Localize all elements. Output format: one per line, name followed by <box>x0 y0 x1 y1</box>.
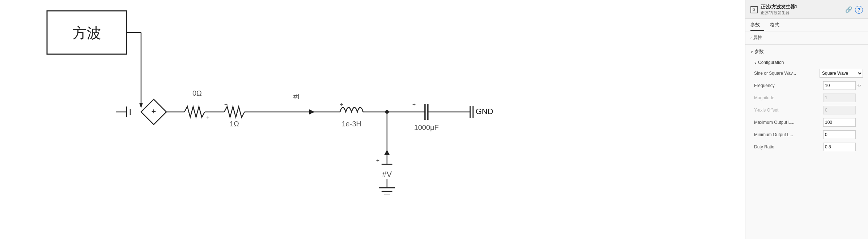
canvas-area[interactable]: 方波 + 0Ω + + 1Ω #I <box>0 0 745 239</box>
param-label-dutyratio: Duty Ratio <box>754 144 820 149</box>
subsection-configuration-label: Configuration <box>758 60 784 65</box>
wavetype-select[interactable]: Sine Wave Square Wave <box>820 69 863 78</box>
param-dutyratio-wrap <box>823 143 863 151</box>
param-label-frequency: Frequency <box>754 83 820 88</box>
panel-body: › 属性 ∨ 参数 ∨ Configuration Sine or Square… <box>745 31 868 239</box>
param-frequency-wrap: Hz <box>823 81 863 90</box>
panel-title-sub: 正弦/方波发生器 <box>761 10 842 16</box>
svg-marker-16 <box>309 109 315 114</box>
subsection-configuration-header[interactable]: ∨ Configuration <box>754 58 863 67</box>
wave-block-label: 方波 <box>72 25 101 41</box>
svg-text:#I: #I <box>293 92 300 101</box>
panel-title-main: 正弦/方波发生器1 <box>761 4 842 10</box>
panel-tabs: 参数 格式 <box>745 19 868 31</box>
svg-text:+: + <box>152 107 156 116</box>
panel-header: G 正弦/方波发生器1 正弦/方波发生器 🔗 ? <box>745 0 868 19</box>
panel-header-actions: 🔗 ? <box>845 6 863 14</box>
param-row-frequency: Frequency Hz <box>754 79 863 92</box>
link-button[interactable]: 🔗 <box>845 6 853 14</box>
param-label-minoutput: Minimum Output L... <box>754 132 820 137</box>
chevron-down-icon: ∨ <box>750 50 753 54</box>
svg-text:+: + <box>206 114 209 120</box>
svg-text:1000μF: 1000μF <box>414 123 439 131</box>
maxoutput-input[interactable] <box>823 118 856 127</box>
svg-text:#V: #V <box>382 170 392 179</box>
yoffset-input <box>823 106 856 114</box>
frequency-input[interactable] <box>823 81 856 90</box>
param-row-minoutput: Minimum Output L... <box>754 129 863 141</box>
param-row-magnitude: Magnitude <box>754 92 863 104</box>
right-panel: G 正弦/方波发生器1 正弦/方波发生器 🔗 ? 参数 格式 › 属性 ∨ 参数… <box>745 0 868 239</box>
help-button[interactable]: ? <box>855 6 863 14</box>
svg-text:+: + <box>340 101 343 108</box>
panel-title-block: 正弦/方波发生器1 正弦/方波发生器 <box>761 4 842 16</box>
magnitude-input <box>823 94 856 102</box>
svg-marker-2 <box>139 103 143 108</box>
param-magnitude-wrap <box>823 94 863 102</box>
param-wavetype-wrap: Sine Wave Square Wave <box>820 69 863 78</box>
component-icon: G <box>750 6 758 13</box>
minoutput-input[interactable] <box>823 130 856 139</box>
section-attributes-label: 属性 <box>753 34 762 41</box>
param-label-wavetype: Sine or Square Wav... <box>754 71 817 76</box>
svg-marker-36 <box>384 150 390 155</box>
svg-text:1e-3H: 1e-3H <box>342 120 361 128</box>
section-params-content: ∨ Configuration Sine or Square Wav... Si… <box>745 58 868 156</box>
tab-params[interactable]: 参数 <box>750 19 764 31</box>
param-label-maxoutput: Maximum Output L... <box>754 120 820 125</box>
param-label-yoffset: Y-axis Offset <box>754 108 820 113</box>
tab-format[interactable]: 格式 <box>770 19 784 31</box>
param-row-dutyratio: Duty Ratio <box>754 141 863 153</box>
subsection-chevron-icon: ∨ <box>754 61 757 65</box>
param-maxoutput-wrap <box>823 118 863 127</box>
param-row-yoffset: Y-axis Offset <box>754 104 863 116</box>
frequency-unit: Hz <box>856 83 863 88</box>
svg-text:0Ω: 0Ω <box>192 89 202 97</box>
param-label-magnitude: Magnitude <box>754 95 820 100</box>
svg-text:1Ω: 1Ω <box>230 120 239 128</box>
section-params-label: 参数 <box>754 48 764 55</box>
param-minoutput-wrap <box>823 130 863 139</box>
chevron-right-icon: › <box>750 36 752 40</box>
svg-text:+: + <box>412 101 416 108</box>
section-attributes-header[interactable]: › 属性 <box>745 31 868 44</box>
section-params-header[interactable]: ∨ 参数 <box>745 45 868 58</box>
param-row-wavetype: Sine or Square Wav... Sine Wave Square W… <box>754 67 863 79</box>
param-row-maxoutput: Maximum Output L... <box>754 116 863 129</box>
svg-text:GND: GND <box>476 107 493 116</box>
dutyratio-input[interactable] <box>823 143 856 151</box>
param-yoffset-wrap <box>823 106 863 114</box>
svg-text:+: + <box>376 157 379 164</box>
